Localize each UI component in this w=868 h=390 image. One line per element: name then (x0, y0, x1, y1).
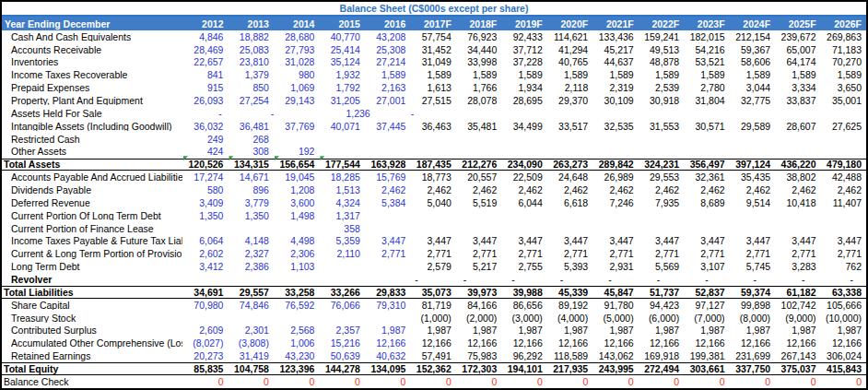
value-cell[interactable]: 45,339 (547, 288, 592, 298)
value-cell[interactable]: 2,771 (684, 249, 729, 259)
value-cell[interactable]: 375,037 (775, 364, 820, 374)
value-cell[interactable]: 2,357 (319, 325, 364, 336)
value-cell[interactable]: 2,579 (410, 262, 455, 272)
value-cell[interactable]: 28,695 (501, 96, 546, 106)
value-cell[interactable]: 40,770 (319, 32, 364, 42)
value-cell[interactable]: 18,285 (319, 172, 364, 183)
value-cell[interactable]: 1,350 (182, 211, 228, 221)
value-cell[interactable]: 12,166 (501, 338, 546, 349)
value-cell[interactable]: 2,110 (319, 249, 364, 259)
value-cell[interactable]: 5,040 (410, 198, 455, 208)
value-cell[interactable]: 1,103 (274, 262, 319, 272)
row-label[interactable]: Contributed Surplus (2, 325, 182, 336)
year-column-header[interactable]: 2012 (182, 18, 228, 30)
row-label[interactable]: Income Taxes Payable & Future Tax Liab (2, 236, 182, 246)
value-cell[interactable]: 36,032 (182, 122, 228, 132)
value-cell[interactable]: 99,898 (730, 301, 775, 311)
row-label[interactable]: Deferred Revenue (2, 198, 182, 208)
value-cell[interactable]: 134,095 (365, 364, 410, 374)
value-cell[interactable]: 48,878 (639, 57, 684, 67)
value-cell[interactable]: 841 (182, 70, 228, 80)
value-cell[interactable]: 1,589 (730, 70, 775, 80)
value-cell[interactable]: 35,073 (410, 288, 455, 298)
value-cell[interactable]: 1,350 (228, 211, 273, 221)
value-cell[interactable]: 2,609 (182, 325, 228, 336)
value-cell[interactable]: 45,217 (592, 45, 638, 55)
value-cell[interactable]: 289,842 (592, 160, 638, 170)
value-cell[interactable]: 2,771 (592, 249, 638, 259)
value-cell[interactable]: 59,367 (730, 45, 775, 55)
value-cell[interactable]: 3,779 (228, 198, 273, 208)
value-cell[interactable]: 29,143 (274, 96, 319, 106)
value-cell[interactable]: 3,412 (182, 262, 228, 272)
value-cell[interactable]: 3,107 (684, 262, 729, 272)
value-cell[interactable]: 27,001 (365, 96, 410, 106)
value-cell[interactable]: 1,589 (592, 70, 638, 80)
value-cell[interactable]: 0 (730, 377, 775, 387)
year-column-header[interactable]: 2014 (274, 18, 319, 30)
value-cell[interactable]: 1,934 (501, 83, 546, 93)
value-cell[interactable]: 45,847 (592, 288, 638, 298)
value-cell[interactable]: 85,835 (182, 364, 228, 374)
value-cell[interactable]: 37,228 (501, 57, 546, 67)
value-cell[interactable]: 31,452 (410, 45, 455, 55)
value-cell[interactable]: 71,183 (821, 45, 866, 55)
value-cell[interactable]: 105,666 (821, 301, 866, 311)
value-cell[interactable]: 580 (182, 185, 228, 195)
value-cell[interactable]: 169,918 (639, 351, 684, 361)
value-cell[interactable]: 10,418 (775, 198, 820, 208)
value-cell[interactable]: 86,656 (501, 301, 546, 311)
value-cell[interactable]: 2,386 (228, 262, 273, 272)
value-cell[interactable]: 3,409 (182, 198, 228, 208)
value-cell[interactable]: 97,127 (684, 301, 729, 311)
value-cell[interactable]: 37,445 (365, 122, 410, 132)
value-cell[interactable]: - (382, 275, 430, 285)
value-cell[interactable]: 22,657 (182, 57, 228, 67)
value-cell[interactable]: 42,488 (821, 172, 866, 183)
value-cell[interactable]: 5,393 (547, 262, 592, 272)
row-label[interactable]: Current & Long Term Portion of Provisio (2, 249, 182, 259)
value-cell[interactable]: 0 (365, 377, 410, 387)
value-cell[interactable]: 1,589 (821, 70, 866, 80)
year-column-header[interactable]: 2020F (547, 18, 592, 30)
value-cell[interactable]: 269,863 (821, 32, 866, 42)
value-cell[interactable]: 12,166 (775, 338, 820, 349)
value-cell[interactable]: 3,447 (775, 236, 820, 246)
value-cell[interactable]: 76,592 (274, 301, 319, 311)
row-label[interactable]: Property, Plant And Equipment (2, 96, 182, 106)
value-cell[interactable]: 5,519 (456, 198, 501, 208)
value-cell[interactable]: 980 (274, 70, 319, 80)
value-cell[interactable]: 3,447 (365, 236, 410, 246)
value-cell[interactable]: 1,987 (501, 325, 546, 336)
value-cell[interactable]: - (182, 109, 235, 119)
value-cell[interactable]: 44,637 (592, 57, 638, 67)
value-cell[interactable]: 3,447 (547, 236, 592, 246)
value-cell[interactable]: - (673, 275, 721, 285)
value-cell[interactable]: 7,935 (639, 198, 684, 208)
row-label[interactable]: Other Assets (2, 147, 182, 157)
value-cell[interactable]: 177,544 (319, 160, 364, 170)
value-cell[interactable]: 5,745 (730, 262, 775, 272)
value-cell[interactable]: 1,792 (319, 83, 364, 93)
value-cell[interactable]: (10,000) (821, 313, 866, 324)
value-cell[interactable]: 1,498 (274, 211, 319, 221)
row-label[interactable]: Prepaid Expenses (2, 83, 182, 93)
value-cell[interactable]: 61,182 (775, 288, 820, 298)
value-cell[interactable]: 2,771 (365, 249, 410, 259)
value-cell[interactable]: 0 (228, 377, 273, 387)
value-cell[interactable]: 28,469 (182, 45, 228, 55)
value-cell[interactable]: 182,015 (684, 32, 729, 42)
value-cell[interactable]: 12,166 (547, 338, 592, 349)
value-cell[interactable]: - (375, 109, 428, 119)
value-cell[interactable]: 22,509 (501, 172, 546, 183)
value-cell[interactable]: 0 (319, 377, 364, 387)
value-cell[interactable]: 2,306 (274, 249, 319, 259)
value-cell[interactable]: 2,319 (592, 83, 638, 93)
value-cell[interactable]: 28,680 (274, 32, 319, 42)
value-cell[interactable]: 2,462 (821, 185, 866, 195)
year-column-header[interactable]: 2015 (319, 18, 364, 30)
value-cell[interactable]: 1,589 (684, 70, 729, 80)
value-cell[interactable]: 6,044 (501, 198, 546, 208)
value-cell[interactable]: 37,769 (274, 122, 319, 132)
value-cell[interactable]: 92,433 (501, 32, 546, 42)
